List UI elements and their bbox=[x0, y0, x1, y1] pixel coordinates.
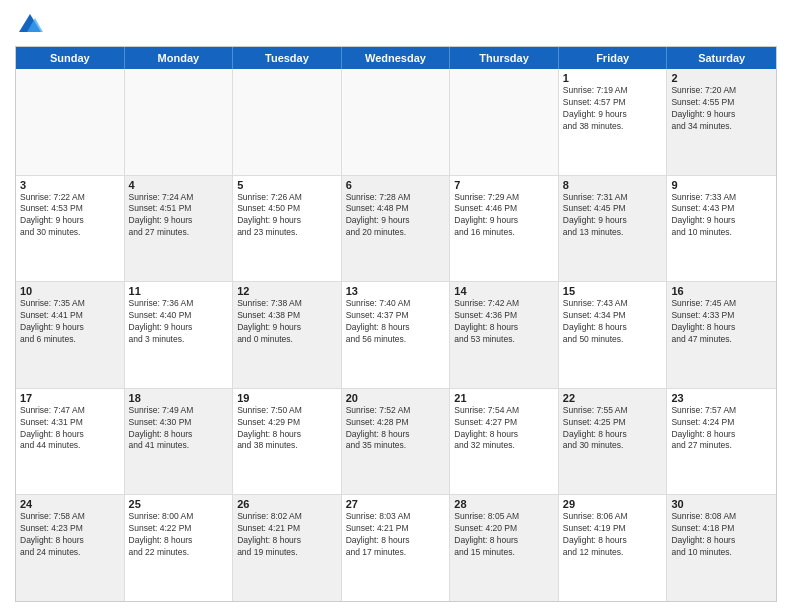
calendar-cell: 6Sunrise: 7:28 AM Sunset: 4:48 PM Daylig… bbox=[342, 176, 451, 282]
day-number: 18 bbox=[129, 392, 229, 404]
calendar-cell: 25Sunrise: 8:00 AM Sunset: 4:22 PM Dayli… bbox=[125, 495, 234, 601]
calendar-cell: 21Sunrise: 7:54 AM Sunset: 4:27 PM Dayli… bbox=[450, 389, 559, 495]
calendar-cell: 29Sunrise: 8:06 AM Sunset: 4:19 PM Dayli… bbox=[559, 495, 668, 601]
day-info: Sunrise: 7:58 AM Sunset: 4:23 PM Dayligh… bbox=[20, 511, 120, 559]
calendar-cell: 1Sunrise: 7:19 AM Sunset: 4:57 PM Daylig… bbox=[559, 69, 668, 175]
day-number: 13 bbox=[346, 285, 446, 297]
calendar-cell: 13Sunrise: 7:40 AM Sunset: 4:37 PM Dayli… bbox=[342, 282, 451, 388]
day-info: Sunrise: 7:50 AM Sunset: 4:29 PM Dayligh… bbox=[237, 405, 337, 453]
calendar-cell: 17Sunrise: 7:47 AM Sunset: 4:31 PM Dayli… bbox=[16, 389, 125, 495]
day-info: Sunrise: 7:31 AM Sunset: 4:45 PM Dayligh… bbox=[563, 192, 663, 240]
day-info: Sunrise: 7:28 AM Sunset: 4:48 PM Dayligh… bbox=[346, 192, 446, 240]
day-number: 24 bbox=[20, 498, 120, 510]
weekday-header-monday: Monday bbox=[125, 47, 234, 69]
calendar-cell: 20Sunrise: 7:52 AM Sunset: 4:28 PM Dayli… bbox=[342, 389, 451, 495]
calendar-cell bbox=[233, 69, 342, 175]
calendar-row-2: 10Sunrise: 7:35 AM Sunset: 4:41 PM Dayli… bbox=[16, 282, 776, 389]
calendar-cell: 2Sunrise: 7:20 AM Sunset: 4:55 PM Daylig… bbox=[667, 69, 776, 175]
calendar-cell: 15Sunrise: 7:43 AM Sunset: 4:34 PM Dayli… bbox=[559, 282, 668, 388]
day-number: 17 bbox=[20, 392, 120, 404]
calendar-cell: 10Sunrise: 7:35 AM Sunset: 4:41 PM Dayli… bbox=[16, 282, 125, 388]
day-info: Sunrise: 7:43 AM Sunset: 4:34 PM Dayligh… bbox=[563, 298, 663, 346]
weekday-header-thursday: Thursday bbox=[450, 47, 559, 69]
day-info: Sunrise: 7:22 AM Sunset: 4:53 PM Dayligh… bbox=[20, 192, 120, 240]
day-number: 6 bbox=[346, 179, 446, 191]
calendar-row-4: 24Sunrise: 7:58 AM Sunset: 4:23 PM Dayli… bbox=[16, 495, 776, 601]
calendar-cell: 3Sunrise: 7:22 AM Sunset: 4:53 PM Daylig… bbox=[16, 176, 125, 282]
header bbox=[15, 10, 777, 40]
calendar-cell: 26Sunrise: 8:02 AM Sunset: 4:21 PM Dayli… bbox=[233, 495, 342, 601]
calendar-row-3: 17Sunrise: 7:47 AM Sunset: 4:31 PM Dayli… bbox=[16, 389, 776, 496]
day-info: Sunrise: 7:26 AM Sunset: 4:50 PM Dayligh… bbox=[237, 192, 337, 240]
day-info: Sunrise: 7:40 AM Sunset: 4:37 PM Dayligh… bbox=[346, 298, 446, 346]
day-number: 30 bbox=[671, 498, 772, 510]
calendar-cell bbox=[16, 69, 125, 175]
day-info: Sunrise: 7:36 AM Sunset: 4:40 PM Dayligh… bbox=[129, 298, 229, 346]
day-number: 15 bbox=[563, 285, 663, 297]
day-info: Sunrise: 7:33 AM Sunset: 4:43 PM Dayligh… bbox=[671, 192, 772, 240]
day-number: 2 bbox=[671, 72, 772, 84]
calendar-cell: 28Sunrise: 8:05 AM Sunset: 4:20 PM Dayli… bbox=[450, 495, 559, 601]
day-info: Sunrise: 7:54 AM Sunset: 4:27 PM Dayligh… bbox=[454, 405, 554, 453]
calendar-header: SundayMondayTuesdayWednesdayThursdayFrid… bbox=[16, 47, 776, 69]
day-info: Sunrise: 7:47 AM Sunset: 4:31 PM Dayligh… bbox=[20, 405, 120, 453]
calendar-row-0: 1Sunrise: 7:19 AM Sunset: 4:57 PM Daylig… bbox=[16, 69, 776, 176]
calendar-cell bbox=[125, 69, 234, 175]
day-info: Sunrise: 7:20 AM Sunset: 4:55 PM Dayligh… bbox=[671, 85, 772, 133]
day-number: 8 bbox=[563, 179, 663, 191]
calendar-cell: 22Sunrise: 7:55 AM Sunset: 4:25 PM Dayli… bbox=[559, 389, 668, 495]
calendar-cell: 5Sunrise: 7:26 AM Sunset: 4:50 PM Daylig… bbox=[233, 176, 342, 282]
weekday-header-wednesday: Wednesday bbox=[342, 47, 451, 69]
weekday-header-sunday: Sunday bbox=[16, 47, 125, 69]
logo bbox=[15, 10, 49, 40]
calendar: SundayMondayTuesdayWednesdayThursdayFrid… bbox=[15, 46, 777, 602]
calendar-cell: 11Sunrise: 7:36 AM Sunset: 4:40 PM Dayli… bbox=[125, 282, 234, 388]
calendar-cell: 19Sunrise: 7:50 AM Sunset: 4:29 PM Dayli… bbox=[233, 389, 342, 495]
weekday-header-tuesday: Tuesday bbox=[233, 47, 342, 69]
calendar-cell: 4Sunrise: 7:24 AM Sunset: 4:51 PM Daylig… bbox=[125, 176, 234, 282]
day-number: 26 bbox=[237, 498, 337, 510]
weekday-header-saturday: Saturday bbox=[667, 47, 776, 69]
calendar-cell: 18Sunrise: 7:49 AM Sunset: 4:30 PM Dayli… bbox=[125, 389, 234, 495]
calendar-cell: 7Sunrise: 7:29 AM Sunset: 4:46 PM Daylig… bbox=[450, 176, 559, 282]
day-info: Sunrise: 7:38 AM Sunset: 4:38 PM Dayligh… bbox=[237, 298, 337, 346]
calendar-cell: 23Sunrise: 7:57 AM Sunset: 4:24 PM Dayli… bbox=[667, 389, 776, 495]
day-number: 5 bbox=[237, 179, 337, 191]
logo-icon bbox=[15, 10, 45, 40]
weekday-header-friday: Friday bbox=[559, 47, 668, 69]
day-number: 4 bbox=[129, 179, 229, 191]
day-number: 28 bbox=[454, 498, 554, 510]
calendar-cell: 12Sunrise: 7:38 AM Sunset: 4:38 PM Dayli… bbox=[233, 282, 342, 388]
day-info: Sunrise: 7:52 AM Sunset: 4:28 PM Dayligh… bbox=[346, 405, 446, 453]
calendar-body: 1Sunrise: 7:19 AM Sunset: 4:57 PM Daylig… bbox=[16, 69, 776, 601]
calendar-cell: 30Sunrise: 8:08 AM Sunset: 4:18 PM Dayli… bbox=[667, 495, 776, 601]
day-number: 22 bbox=[563, 392, 663, 404]
calendar-cell: 14Sunrise: 7:42 AM Sunset: 4:36 PM Dayli… bbox=[450, 282, 559, 388]
calendar-cell bbox=[342, 69, 451, 175]
day-info: Sunrise: 7:24 AM Sunset: 4:51 PM Dayligh… bbox=[129, 192, 229, 240]
day-number: 21 bbox=[454, 392, 554, 404]
day-info: Sunrise: 7:57 AM Sunset: 4:24 PM Dayligh… bbox=[671, 405, 772, 453]
day-info: Sunrise: 7:29 AM Sunset: 4:46 PM Dayligh… bbox=[454, 192, 554, 240]
day-number: 10 bbox=[20, 285, 120, 297]
day-info: Sunrise: 7:45 AM Sunset: 4:33 PM Dayligh… bbox=[671, 298, 772, 346]
calendar-cell: 27Sunrise: 8:03 AM Sunset: 4:21 PM Dayli… bbox=[342, 495, 451, 601]
day-info: Sunrise: 8:00 AM Sunset: 4:22 PM Dayligh… bbox=[129, 511, 229, 559]
day-number: 20 bbox=[346, 392, 446, 404]
day-info: Sunrise: 8:08 AM Sunset: 4:18 PM Dayligh… bbox=[671, 511, 772, 559]
calendar-row-1: 3Sunrise: 7:22 AM Sunset: 4:53 PM Daylig… bbox=[16, 176, 776, 283]
day-info: Sunrise: 7:42 AM Sunset: 4:36 PM Dayligh… bbox=[454, 298, 554, 346]
day-info: Sunrise: 8:06 AM Sunset: 4:19 PM Dayligh… bbox=[563, 511, 663, 559]
day-info: Sunrise: 7:19 AM Sunset: 4:57 PM Dayligh… bbox=[563, 85, 663, 133]
calendar-cell bbox=[450, 69, 559, 175]
day-info: Sunrise: 7:49 AM Sunset: 4:30 PM Dayligh… bbox=[129, 405, 229, 453]
calendar-cell: 8Sunrise: 7:31 AM Sunset: 4:45 PM Daylig… bbox=[559, 176, 668, 282]
day-number: 19 bbox=[237, 392, 337, 404]
day-info: Sunrise: 7:35 AM Sunset: 4:41 PM Dayligh… bbox=[20, 298, 120, 346]
day-number: 12 bbox=[237, 285, 337, 297]
day-number: 16 bbox=[671, 285, 772, 297]
day-info: Sunrise: 7:55 AM Sunset: 4:25 PM Dayligh… bbox=[563, 405, 663, 453]
page: SundayMondayTuesdayWednesdayThursdayFrid… bbox=[0, 0, 792, 612]
calendar-cell: 24Sunrise: 7:58 AM Sunset: 4:23 PM Dayli… bbox=[16, 495, 125, 601]
day-number: 9 bbox=[671, 179, 772, 191]
